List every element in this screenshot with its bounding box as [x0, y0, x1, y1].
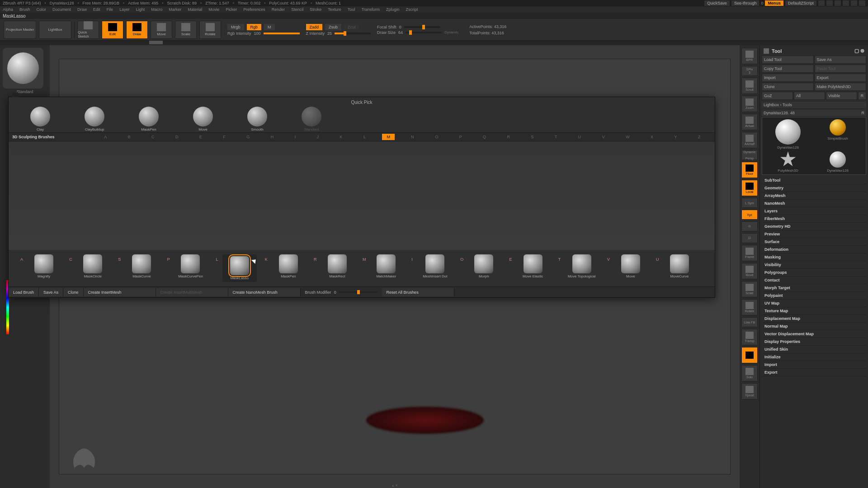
brush-matchmaker[interactable]: MMatchMaker [369, 254, 403, 282]
menu-movie[interactable]: Movie [208, 7, 219, 12]
zadd-chip[interactable]: Zadd [306, 24, 323, 30]
letter-p[interactable]: P [455, 134, 467, 140]
section-visibility[interactable]: Visibility [762, 261, 866, 269]
spix-button[interactable]: SPix 3 [741, 66, 758, 76]
brush-maskcurve[interactable]: SMaskCurve [124, 254, 159, 282]
letter-r[interactable]: R [503, 134, 515, 140]
menu-stroke[interactable]: Stroke [310, 7, 321, 12]
letter-s[interactable]: S [526, 134, 538, 140]
transp-button[interactable]: Transp [741, 329, 758, 345]
menu-color[interactable]: Color [37, 7, 47, 12]
lightbox-tools-label[interactable]: Lightbox › Tools [764, 103, 792, 107]
section-deformation[interactable]: Deformation [762, 246, 866, 253]
minimize-icon[interactable] [843, 0, 849, 6]
letter-g[interactable]: G [242, 134, 254, 140]
menu-zplugin[interactable]: Zplugin [386, 7, 400, 12]
letter-z[interactable]: Z [693, 134, 705, 140]
letter-v[interactable]: V [598, 134, 609, 140]
menu-tool[interactable]: Tool [348, 7, 355, 12]
section-texture-map[interactable]: Texture Map [762, 307, 866, 315]
letter-m[interactable]: M [382, 134, 395, 140]
bottom-scroll-handle[interactable]: ▲▼ [386, 483, 404, 487]
brush-movecurve[interactable]: UMoveCurve [662, 254, 697, 282]
section-contact[interactable]: Contact [762, 277, 866, 284]
r-button[interactable]: R [858, 92, 866, 100]
local-button[interactable]: Local [741, 180, 758, 196]
letter-n[interactable]: N [406, 134, 419, 140]
section-normal-map[interactable]: Normal Map [762, 323, 866, 330]
menus-button[interactable]: Menus [765, 0, 783, 6]
letter-b[interactable]: B [123, 134, 135, 140]
maximize-icon[interactable] [851, 0, 857, 6]
create-nanomesh-button[interactable]: Create NanoMesh Brush [228, 288, 301, 296]
quickpick-standard[interactable]: Standard [298, 107, 325, 131]
tool-thumb[interactable]: PolyMesh3D [764, 151, 812, 173]
solo-button[interactable]: Solo [741, 365, 758, 381]
brush-maskcurvepen[interactable]: PMaskCurvePen [173, 254, 208, 282]
letter-i[interactable]: I [290, 134, 301, 140]
quickpick-clay[interactable]: Clay [27, 107, 54, 131]
letter-f[interactable]: F [218, 134, 230, 140]
lsym-button[interactable]: L.Sym [741, 198, 758, 208]
menu-transform[interactable]: Transform [361, 7, 380, 12]
letter-y[interactable]: Y [670, 134, 682, 140]
bpr-button[interactable]: BPR [741, 48, 758, 64]
linefill-button[interactable]: Line Fill [741, 317, 758, 327]
import-button[interactable]: Import [762, 74, 814, 82]
section-fibermesh[interactable]: FiberMesh [762, 215, 866, 223]
brush-move-elastic[interactable]: EMove Elastic [516, 254, 550, 282]
lightbox-button[interactable]: LightBox [39, 21, 71, 39]
section-polypaint[interactable]: Polypaint [762, 292, 866, 300]
letter-x[interactable]: X [646, 134, 658, 140]
section-uv-map[interactable]: UV Map [762, 300, 866, 307]
window-icon[interactable] [835, 0, 841, 6]
section-geometry-hd[interactable]: Geometry HD [762, 223, 866, 230]
m-chip[interactable]: M [264, 24, 275, 30]
r-button-2[interactable]: R [862, 111, 865, 115]
letter-l[interactable]: L [359, 134, 370, 140]
menu-macro[interactable]: Macro [151, 7, 162, 12]
rgb-intensity-slider[interactable] [264, 33, 300, 34]
actual-button[interactable]: Actual [741, 114, 758, 130]
menu-brush[interactable]: Brush [19, 7, 30, 12]
quickpick-smooth[interactable]: Smooth [244, 107, 271, 131]
load-tool-button[interactable]: Load Tool [762, 56, 814, 64]
nav-rotate-button[interactable]: Rotate [741, 299, 758, 315]
floor-button[interactable]: Floor [741, 162, 758, 178]
letter-w[interactable]: W [621, 134, 634, 140]
draw-size-slider[interactable] [406, 32, 442, 33]
letter-c[interactable]: C [147, 134, 159, 140]
ghost-button[interactable] [741, 347, 758, 363]
frame-button[interactable]: Frame [741, 245, 758, 261]
section-geometry[interactable]: Geometry [762, 184, 866, 192]
brush-meshinsert-dot[interactable]: IMeshInsert Dot [418, 254, 452, 282]
tool-thumb[interactable]: DynaWax128 [814, 151, 862, 173]
copy-tool-button[interactable]: Copy Tool [762, 65, 814, 73]
section-subtool[interactable]: SubTool [762, 177, 866, 184]
xpose-button[interactable]: Xpose [741, 383, 758, 399]
menu-stencil[interactable]: Stencil [291, 7, 303, 12]
quickpick-maskpen[interactable]: MaskPen [135, 107, 162, 131]
nav-scale-button[interactable]: Scale [741, 281, 758, 297]
section-unified-skin[interactable]: Unified Skin [762, 346, 866, 353]
brush-masklasso[interactable]: LMaskLasso [222, 254, 257, 282]
letter-j[interactable]: J [312, 134, 324, 140]
aahalf-button[interactable]: AAHalf [741, 132, 758, 148]
letter-u[interactable]: U [574, 134, 586, 140]
seethrough-label[interactable]: See-through [731, 0, 760, 6]
scale-button[interactable]: Scale [175, 21, 197, 39]
z-intensity-slider[interactable] [335, 33, 371, 34]
letter-e[interactable]: E [195, 134, 207, 140]
brush-morph[interactable]: OMorph [467, 254, 501, 282]
move-button[interactable]: Move [151, 21, 172, 39]
dynamic-label[interactable]: Dynamic [444, 30, 458, 34]
projection-master-button[interactable]: Projection Master [4, 21, 36, 39]
quickpick-claybuildup[interactable]: ClayBuildup [81, 107, 108, 131]
letter-d[interactable]: D [171, 134, 183, 140]
close-icon[interactable] [859, 0, 865, 6]
fit-button[interactable]: ⊡ [741, 233, 758, 243]
menu-preferences[interactable]: Preferences [243, 7, 265, 12]
quickpick-move[interactable]: Move [189, 107, 217, 131]
brush-swatch[interactable] [3, 48, 43, 89]
window-icon[interactable] [818, 0, 825, 6]
